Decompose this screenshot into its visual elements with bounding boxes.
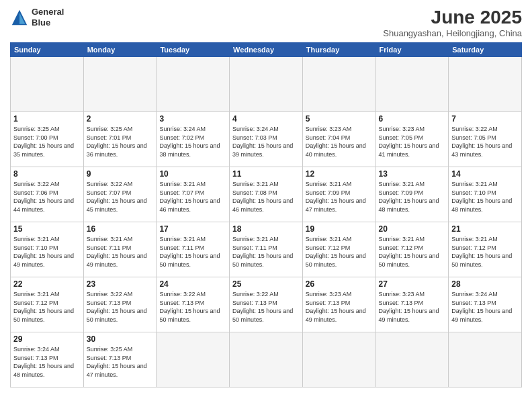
calendar-week-row: 29Sunrise: 3:24 AMSunset: 7:13 PMDayligh… [11, 332, 522, 387]
day-info: Sunrise: 3:23 AMSunset: 7:04 PMDaylight:… [306, 125, 373, 158]
calendar-cell: 11Sunrise: 3:21 AMSunset: 7:08 PMDayligh… [230, 167, 303, 222]
calendar-cell: 24Sunrise: 3:22 AMSunset: 7:13 PMDayligh… [157, 277, 230, 332]
day-number: 9 [87, 169, 154, 179]
day-number: 2 [87, 114, 154, 124]
day-info: Sunrise: 3:21 AMSunset: 7:11 PMDaylight:… [159, 235, 226, 269]
day-info: Sunrise: 3:25 AMSunset: 7:00 PMDaylight:… [13, 125, 81, 158]
day-number: 20 [379, 224, 446, 234]
calendar-week-row: 15Sunrise: 3:21 AMSunset: 7:10 PMDayligh… [11, 222, 522, 277]
calendar-cell: 12Sunrise: 3:21 AMSunset: 7:09 PMDayligh… [302, 167, 375, 222]
calendar-cell: 18Sunrise: 3:21 AMSunset: 7:11 PMDayligh… [230, 222, 303, 277]
calendar-cell: 27Sunrise: 3:23 AMSunset: 7:13 PMDayligh… [375, 277, 449, 332]
day-info: Sunrise: 3:21 AMSunset: 7:07 PMDaylight:… [159, 180, 226, 214]
day-info: Sunrise: 3:22 AMSunset: 7:05 PMDaylight:… [451, 125, 519, 158]
calendar-week-row: 22Sunrise: 3:21 AMSunset: 7:12 PMDayligh… [11, 277, 522, 332]
calendar-cell: 23Sunrise: 3:22 AMSunset: 7:13 PMDayligh… [83, 277, 157, 332]
calendar-cell: 14Sunrise: 3:21 AMSunset: 7:10 PMDayligh… [449, 167, 522, 222]
calendar-cell [157, 57, 230, 112]
calendar-cell: 19Sunrise: 3:21 AMSunset: 7:12 PMDayligh… [302, 222, 375, 277]
calendar-cell: 3Sunrise: 3:24 AMSunset: 7:02 PMDaylight… [157, 112, 230, 167]
calendar-cell: 4Sunrise: 3:24 AMSunset: 7:03 PMDaylight… [230, 112, 303, 167]
calendar-cell: 29Sunrise: 3:24 AMSunset: 7:13 PMDayligh… [11, 332, 84, 387]
day-number: 19 [306, 224, 373, 234]
day-info: Sunrise: 3:22 AMSunset: 7:13 PMDaylight:… [232, 290, 300, 324]
day-number: 23 [87, 279, 154, 289]
day-number: 11 [232, 169, 300, 179]
day-number: 12 [306, 169, 373, 179]
day-number: 8 [13, 169, 81, 179]
calendar-cell [449, 332, 522, 387]
day-number: 10 [159, 169, 226, 179]
calendar-cell [11, 57, 84, 112]
calendar-cell: 28Sunrise: 3:24 AMSunset: 7:13 PMDayligh… [449, 277, 522, 332]
day-info: Sunrise: 3:21 AMSunset: 7:08 PMDaylight:… [232, 180, 300, 214]
day-number: 4 [232, 114, 300, 124]
day-number: 29 [13, 334, 81, 344]
calendar-cell: 13Sunrise: 3:21 AMSunset: 7:09 PMDayligh… [375, 167, 449, 222]
calendar-week-row [11, 57, 522, 112]
calendar-week-row: 8Sunrise: 3:22 AMSunset: 7:06 PMDaylight… [11, 167, 522, 222]
day-number: 30 [87, 334, 154, 344]
day-info: Sunrise: 3:24 AMSunset: 7:13 PMDaylight:… [451, 290, 519, 324]
calendar-cell: 25Sunrise: 3:22 AMSunset: 7:13 PMDayligh… [230, 277, 303, 332]
calendar-cell [449, 57, 522, 112]
calendar-cell [83, 57, 157, 112]
calendar-cell [230, 57, 303, 112]
calendar-cell: 22Sunrise: 3:21 AMSunset: 7:12 PMDayligh… [11, 277, 84, 332]
calendar-cell: 5Sunrise: 3:23 AMSunset: 7:04 PMDaylight… [302, 112, 375, 167]
calendar-table: SundayMondayTuesdayWednesdayThursdayFrid… [10, 42, 522, 387]
day-number: 22 [13, 279, 81, 289]
calendar-cell [375, 57, 449, 112]
day-info: Sunrise: 3:24 AMSunset: 7:02 PMDaylight:… [159, 125, 226, 158]
weekday-header-row: SundayMondayTuesdayWednesdayThursdayFrid… [11, 43, 522, 57]
weekday-header: Saturday [449, 43, 522, 57]
day-number: 26 [306, 279, 373, 289]
calendar-cell: 10Sunrise: 3:21 AMSunset: 7:07 PMDayligh… [157, 167, 230, 222]
logo: General Blue [10, 7, 64, 28]
day-info: Sunrise: 3:21 AMSunset: 7:12 PMDaylight:… [379, 235, 446, 269]
calendar-cell: 6Sunrise: 3:23 AMSunset: 7:05 PMDaylight… [375, 112, 449, 167]
calendar-cell [302, 57, 375, 112]
day-info: Sunrise: 3:23 AMSunset: 7:13 PMDaylight:… [379, 290, 446, 324]
day-info: Sunrise: 3:24 AMSunset: 7:13 PMDaylight:… [13, 345, 81, 379]
day-info: Sunrise: 3:21 AMSunset: 7:09 PMDaylight:… [306, 180, 373, 214]
calendar-cell [302, 332, 375, 387]
calendar-cell [375, 332, 449, 387]
day-info: Sunrise: 3:24 AMSunset: 7:03 PMDaylight:… [232, 125, 300, 158]
day-number: 21 [451, 224, 519, 234]
day-number: 25 [232, 279, 300, 289]
logo-text: General Blue [32, 7, 64, 28]
day-number: 5 [306, 114, 373, 124]
day-info: Sunrise: 3:22 AMSunset: 7:13 PMDaylight:… [87, 290, 154, 324]
day-info: Sunrise: 3:23 AMSunset: 7:13 PMDaylight:… [306, 290, 373, 324]
weekday-header: Sunday [11, 43, 84, 57]
weekday-header: Friday [375, 43, 449, 57]
weekday-header: Wednesday [230, 43, 303, 57]
calendar-cell: 30Sunrise: 3:25 AMSunset: 7:13 PMDayligh… [83, 332, 157, 387]
day-info: Sunrise: 3:21 AMSunset: 7:10 PMDaylight:… [451, 180, 519, 214]
day-number: 1 [13, 114, 81, 124]
logo-icon [10, 8, 29, 27]
day-number: 28 [451, 279, 519, 289]
day-number: 16 [87, 224, 154, 234]
calendar-cell: 2Sunrise: 3:25 AMSunset: 7:01 PMDaylight… [83, 112, 157, 167]
day-number: 13 [379, 169, 446, 179]
day-info: Sunrise: 3:22 AMSunset: 7:06 PMDaylight:… [13, 180, 81, 214]
day-info: Sunrise: 3:21 AMSunset: 7:12 PMDaylight:… [451, 235, 519, 269]
weekday-header: Thursday [302, 43, 375, 57]
calendar-cell: 7Sunrise: 3:22 AMSunset: 7:05 PMDaylight… [449, 112, 522, 167]
calendar-cell: 20Sunrise: 3:21 AMSunset: 7:12 PMDayligh… [375, 222, 449, 277]
weekday-header: Monday [83, 43, 157, 57]
day-number: 3 [159, 114, 226, 124]
day-number: 18 [232, 224, 300, 234]
day-info: Sunrise: 3:23 AMSunset: 7:05 PMDaylight:… [379, 125, 446, 158]
day-info: Sunrise: 3:21 AMSunset: 7:11 PMDaylight:… [232, 235, 300, 269]
day-number: 14 [451, 169, 519, 179]
day-number: 6 [379, 114, 446, 124]
day-number: 17 [159, 224, 226, 234]
location-subtitle: Shuangyashan, Heilongjiang, China [383, 28, 522, 38]
month-title: June 2025 [383, 7, 522, 28]
calendar-cell: 15Sunrise: 3:21 AMSunset: 7:10 PMDayligh… [11, 222, 84, 277]
day-info: Sunrise: 3:21 AMSunset: 7:09 PMDaylight:… [379, 180, 446, 214]
calendar-cell: 16Sunrise: 3:21 AMSunset: 7:11 PMDayligh… [83, 222, 157, 277]
